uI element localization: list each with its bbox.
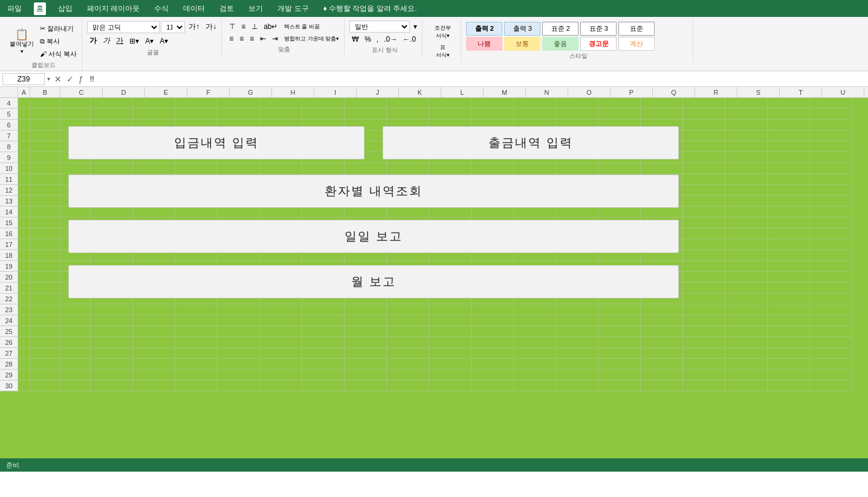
cell-14-18[interactable] — [725, 207, 768, 217]
cell-30-19[interactable] — [768, 380, 810, 391]
cell-18-20[interactable] — [810, 250, 852, 261]
col-header-d[interactable]: D — [103, 87, 145, 97]
cell-14-7[interactable] — [260, 207, 302, 217]
cell-15-1[interactable] — [30, 217, 60, 228]
row-header-12[interactable]: 12 — [0, 185, 18, 196]
cell-13-17[interactable] — [683, 196, 725, 207]
cell-14-10[interactable] — [387, 207, 429, 217]
cell-8-19[interactable] — [768, 141, 810, 152]
cell-11-1[interactable] — [30, 174, 60, 185]
cell-29-7[interactable] — [260, 370, 302, 380]
cell-14-5[interactable] — [175, 207, 218, 217]
style-warning[interactable]: 경고문 — [580, 37, 617, 51]
cell-28-2[interactable] — [60, 359, 91, 370]
monthly-report-button[interactable]: 월 보고 — [68, 265, 679, 298]
col-header-b[interactable]: B — [30, 87, 60, 97]
row-header-30[interactable]: 30 — [0, 380, 18, 391]
cell-19-17[interactable] — [683, 261, 725, 272]
menu-developer[interactable]: 개발 도구 — [275, 2, 311, 15]
row-header-17[interactable]: 17 — [0, 239, 18, 250]
cell-25-6[interactable] — [218, 326, 260, 337]
align-top-button[interactable]: ⊤ — [227, 21, 238, 32]
cell-29-1[interactable] — [30, 370, 60, 380]
cell-26-19[interactable] — [768, 337, 810, 348]
cell-4-5[interactable] — [175, 98, 218, 109]
cell-11-0[interactable] — [18, 174, 30, 185]
confirm-formula-icon[interactable]: ✓ — [65, 74, 76, 84]
cell-17-0[interactable] — [18, 239, 30, 250]
cell-28-7[interactable] — [260, 359, 302, 370]
cell-18-18[interactable] — [725, 250, 768, 261]
row-header-19[interactable]: 19 — [0, 261, 18, 272]
copy-button[interactable]: ⧉ 복사 — [37, 36, 79, 47]
cell-12-20[interactable] — [810, 185, 852, 196]
font-size-select[interactable]: 11 — [161, 21, 185, 33]
row-header-24[interactable]: 24 — [0, 315, 18, 326]
formula-input[interactable] — [88, 74, 866, 85]
cell-27-7[interactable] — [260, 348, 302, 359]
menu-page-layout[interactable]: 페이지 레이아웃 — [85, 2, 142, 15]
cell-29-15[interactable] — [598, 370, 641, 380]
cell-4-2[interactable] — [60, 98, 91, 109]
format-copy-button[interactable]: 🖌 서식 복사 — [37, 48, 79, 60]
col-header-t[interactable]: T — [780, 87, 822, 97]
cell-4-13[interactable] — [514, 98, 556, 109]
cell-24-9[interactable] — [345, 315, 387, 326]
cell-18-0[interactable] — [18, 250, 30, 261]
conditional-format-button[interactable]: 조건부서식▾ — [432, 23, 453, 41]
cell-9-1[interactable] — [30, 152, 60, 163]
cell-28-15[interactable] — [598, 359, 641, 370]
cell-10-18[interactable] — [725, 163, 768, 174]
cell-10-20[interactable] — [810, 163, 852, 174]
cell-27-2[interactable] — [60, 348, 91, 359]
cell-10-9[interactable] — [345, 163, 387, 174]
row-header-28[interactable]: 28 — [0, 359, 18, 370]
cell-27-14[interactable] — [556, 348, 598, 359]
row-header-14[interactable]: 14 — [0, 207, 18, 217]
cell-21-19[interactable] — [768, 283, 810, 293]
cell-30-3[interactable] — [91, 380, 133, 391]
cell-4-7[interactable] — [260, 98, 302, 109]
cell-27-16[interactable] — [641, 348, 683, 359]
align-middle-button[interactable]: ≡ — [239, 21, 248, 32]
cell-27-19[interactable] — [768, 348, 810, 359]
cell-5-19[interactable] — [768, 109, 810, 120]
cell-13-0[interactable] — [18, 196, 30, 207]
cell-28-10[interactable] — [387, 359, 429, 370]
cell-5-12[interactable] — [471, 109, 514, 120]
cell-4-9[interactable] — [345, 98, 387, 109]
cell-26-16[interactable] — [641, 337, 683, 348]
cell-4-11[interactable] — [429, 98, 471, 109]
cell-23-13[interactable] — [514, 304, 556, 315]
cell-28-18[interactable] — [725, 359, 768, 370]
cell-23-0[interactable] — [18, 304, 30, 315]
font-shrink-button[interactable]: 가↓ — [203, 21, 219, 33]
cell-27-18[interactable] — [725, 348, 768, 359]
cell-28-3[interactable] — [91, 359, 133, 370]
cell-13-18[interactable] — [725, 196, 768, 207]
cell-5-16[interactable] — [641, 109, 683, 120]
cell-27-10[interactable] — [387, 348, 429, 359]
cell-5-2[interactable] — [60, 109, 91, 120]
cell-8-18[interactable] — [725, 141, 768, 152]
cell-4-18[interactable] — [725, 98, 768, 109]
cell-6-20[interactable] — [810, 120, 852, 130]
insert-function-icon[interactable]: ƒ — [77, 74, 85, 84]
cell-26-12[interactable] — [471, 337, 514, 348]
cell-10-1[interactable] — [30, 163, 60, 174]
cell-4-10[interactable] — [387, 98, 429, 109]
cell-14-19[interactable] — [768, 207, 810, 217]
menu-insert[interactable]: 삽입 — [56, 2, 75, 15]
cell-20-0[interactable] — [18, 272, 30, 283]
cell-30-9[interactable] — [345, 380, 387, 391]
cell-26-17[interactable] — [683, 337, 725, 348]
cell-25-10[interactable] — [387, 326, 429, 337]
style-output2[interactable]: 출력 2 — [466, 22, 502, 36]
cell-14-6[interactable] — [218, 207, 260, 217]
cell-29-0[interactable] — [18, 370, 30, 380]
cell-22-1[interactable] — [30, 293, 60, 304]
cell-25-14[interactable] — [556, 326, 598, 337]
row-header-25[interactable]: 25 — [0, 326, 18, 337]
style-standard3[interactable]: 표준 3 — [580, 22, 617, 36]
table-format-button[interactable]: 표서식▾ — [433, 42, 452, 60]
